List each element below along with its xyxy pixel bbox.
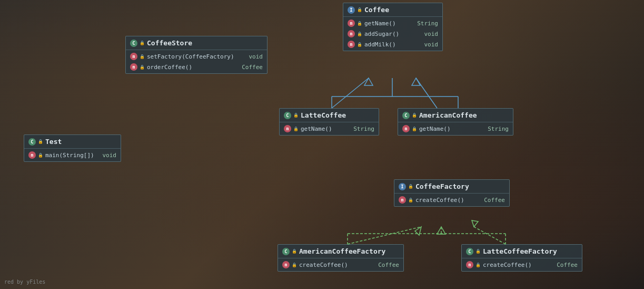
method-vis-icon: m [284, 125, 291, 132]
americancoffee-class: C 🔒 AmericanCoffee m 🔒 getName() String [398, 108, 513, 136]
coffeestore-lock-icon: 🔒 [140, 41, 145, 46]
method-vis-icon: m [282, 261, 290, 268]
method-vis-icon: m [348, 41, 355, 48]
americancoffee-type-icon: C [402, 112, 410, 119]
method-vis-icon: m [466, 261, 473, 268]
coffeefactory-title: CoffeeFactory [415, 182, 469, 190]
americancoffee-body: m 🔒 getName() String [398, 122, 513, 135]
lattecoffeefactory-class: C 🔒 LatteCoffeeFactory m 🔒 createCoffee(… [461, 244, 582, 272]
svg-marker-2 [364, 78, 373, 85]
method-lock-icon: 🔒 [412, 126, 417, 131]
coffeefactory-class: I 🔒 CoffeeFactory m 🔒 createCoffee() Cof… [394, 179, 510, 207]
americancoffeefactory-type-icon: C [282, 248, 290, 255]
coffeestore-header: C 🔒 CoffeeStore [126, 36, 267, 50]
svg-marker-3 [412, 78, 420, 85]
coffeefactory-header: I 🔒 CoffeeFactory [394, 180, 509, 194]
method-vis-icon: m [402, 125, 410, 132]
svg-line-10 [474, 227, 506, 244]
americancoffee-lock-icon: 🔒 [412, 113, 417, 118]
method-vis-icon: m [130, 53, 137, 60]
return-type: void [98, 152, 117, 159]
method-lock-icon: 🔒 [292, 262, 297, 267]
svg-line-1 [416, 78, 437, 108]
lattecoffeefactory-method-1: m 🔒 createCoffee() Coffee [462, 259, 582, 270]
test-header: C 🔒 Test [24, 135, 121, 149]
coffee-method-1: m 🔒 getName() String [343, 18, 442, 28]
lattecoffee-lock-icon: 🔒 [293, 113, 299, 118]
method-name: main(String[]) [45, 152, 96, 159]
method-vis-icon: m [348, 20, 355, 27]
americancoffee-method-1: m 🔒 getName() String [398, 123, 513, 134]
americancoffee-header: C 🔒 AmericanCoffee [398, 109, 513, 122]
lattecoffeefactory-lock-icon: 🔒 [475, 249, 481, 254]
coffee-body: m 🔒 getName() String m 🔒 addSugar() void… [343, 17, 442, 51]
coffee-lock-icon: 🔒 [357, 7, 362, 13]
test-type-icon: C [28, 138, 36, 146]
coffeestore-method-1: m 🔒 setFactory(CoffeeFactory) void [126, 51, 267, 62]
coffeestore-body: m 🔒 setFactory(CoffeeFactory) void m 🔒 o… [126, 50, 267, 73]
return-type: Coffee [374, 262, 399, 268]
lattecoffee-title: LatteCoffee [301, 111, 346, 119]
coffee-header: I 🔒 Coffee [343, 3, 442, 17]
svg-marker-11 [472, 220, 478, 227]
lattecoffeefactory-title: LatteCoffeeFactory [483, 247, 557, 255]
method-lock-icon: 🔒 [293, 126, 299, 131]
svg-line-8 [348, 227, 421, 244]
method-name: createCoffee() [299, 262, 372, 268]
method-name: addMilk() [364, 41, 418, 48]
lattecoffee-type-icon: C [284, 112, 291, 119]
method-vis-icon: m [28, 151, 36, 159]
lattecoffee-method-1: m 🔒 getName() String [280, 123, 379, 134]
coffeestore-method-2: m 🔒 orderCoffee() Coffee [126, 62, 267, 72]
svg-line-0 [332, 78, 369, 108]
return-type: String [413, 20, 438, 27]
lattecoffeefactory-body: m 🔒 createCoffee() Coffee [462, 258, 582, 271]
test-title: Test [45, 138, 62, 146]
method-lock-icon: 🔒 [357, 31, 362, 36]
coffeefactory-lock-icon: 🔒 [408, 184, 413, 189]
method-lock-icon: 🔒 [408, 197, 413, 203]
return-type: void [420, 31, 439, 37]
coffeestore-title: CoffeeStore [147, 39, 192, 47]
svg-marker-9 [415, 227, 421, 235]
method-name: setFactory(CoffeeFactory) [147, 53, 243, 60]
coffee-class: I 🔒 Coffee m 🔒 getName() String m 🔒 addS… [343, 3, 443, 51]
lattecoffeefactory-type-icon: C [466, 248, 473, 255]
method-name: createCoffee() [415, 197, 478, 204]
coffeefactory-type-icon: I [399, 183, 406, 190]
method-name: addSugar() [364, 31, 418, 37]
method-vis-icon: m [399, 196, 406, 204]
americancoffeefactory-title: AmericanCoffeeFactory [299, 247, 385, 255]
svg-marker-16 [437, 227, 445, 234]
method-name: createCoffee() [483, 262, 550, 268]
method-vis-icon: m [130, 63, 137, 71]
americancoffeefactory-method-1: m 🔒 createCoffee() Coffee [278, 259, 403, 270]
lattecoffee-body: m 🔒 getName() String [280, 122, 379, 135]
test-class: C 🔒 Test m 🔒 main(String[]) void [24, 134, 121, 162]
method-name: orderCoffee() [147, 64, 235, 71]
return-type: String [483, 126, 509, 132]
lattecoffeefactory-header: C 🔒 LatteCoffeeFactory [462, 245, 582, 258]
method-lock-icon: 🔒 [140, 64, 145, 70]
americancoffee-title: AmericanCoffee [419, 111, 477, 119]
watermark-text: red by yFiles [4, 279, 45, 285]
method-name: getName() [364, 20, 411, 27]
return-type: void [420, 41, 439, 48]
method-vis-icon: m [348, 30, 355, 37]
coffeestore-type-icon: C [130, 40, 137, 47]
americancoffeefactory-class: C 🔒 AmericanCoffeeFactory m 🔒 createCoff… [278, 244, 404, 272]
method-lock-icon: 🔒 [357, 42, 362, 47]
method-name: getName() [419, 126, 481, 132]
return-type: Coffee [480, 197, 505, 204]
coffee-method-2: m 🔒 addSugar() void [343, 28, 442, 39]
coffeefactory-body: m 🔒 createCoffee() Coffee [394, 194, 509, 206]
coffeefactory-method-1: m 🔒 createCoffee() Coffee [394, 195, 509, 205]
return-type: Coffee [237, 64, 263, 71]
method-lock-icon: 🔒 [357, 21, 362, 26]
lattecoffee-class: C 🔒 LatteCoffee m 🔒 getName() String [279, 108, 379, 136]
return-type: void [245, 53, 263, 60]
americancoffeefactory-header: C 🔒 AmericanCoffeeFactory [278, 245, 403, 258]
americancoffeefactory-lock-icon: 🔒 [292, 249, 297, 254]
method-name: getName() [301, 126, 347, 132]
coffee-type-icon: I [348, 6, 355, 14]
